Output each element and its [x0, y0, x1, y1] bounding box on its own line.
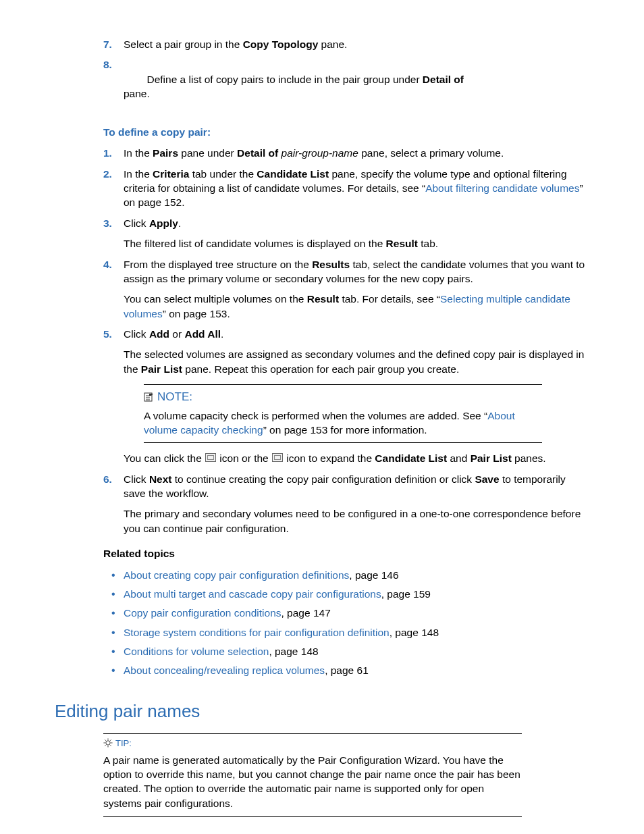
link-about-filtering[interactable]: About filtering candidate volumes [425, 182, 579, 194]
related-link[interactable]: About multi target and cascade copy pair… [124, 588, 381, 600]
page-footer: User Guide 151 [0, 817, 644, 834]
related-link[interactable]: About concealing/revealing replica volum… [124, 664, 325, 676]
related-link[interactable]: Storage system conditions for pair confi… [124, 627, 390, 638]
section-title: Editing pair names [55, 700, 587, 724]
def-step-4: 4. From the displayed tree structure on … [103, 257, 587, 321]
ordered-list-main: 7. Select a pair group in the Copy Topol… [103, 37, 587, 115]
svg-line-11 [110, 739, 111, 740]
def-step-2: 2. In the Criteria tab under the Candida… [103, 167, 587, 210]
related-item: About multi target and cascade copy pair… [124, 587, 587, 601]
tip-body: A pair name is generated automatically b… [103, 753, 522, 811]
def-step-3: 3. Click Apply. The filtered list of can… [103, 216, 587, 251]
related-link[interactable]: Conditions for volume selection [124, 646, 269, 657]
step-number: 8. [103, 57, 124, 115]
page-body: 7. Select a pair group in the Copy Topol… [0, 37, 644, 817]
related-link[interactable]: About creating copy pair configuration d… [124, 569, 349, 581]
def-step-5: 5. Click Add or Add All. The selected vo… [103, 327, 587, 466]
tip-icon [103, 738, 113, 748]
note-icon [144, 390, 155, 400]
sub-heading: To define a copy pair: [103, 125, 587, 139]
svg-line-9 [105, 739, 105, 740]
related-topics-heading: Related topics [103, 546, 587, 561]
def-step-6: 6. Click Next to continue creating the c… [103, 472, 587, 536]
expand-right-icon [272, 453, 283, 462]
related-item: About concealing/revealing replica volum… [124, 663, 587, 677]
related-link[interactable]: Copy pair configuration conditions [124, 607, 281, 619]
step-7: 7. Select a pair group in the Copy Topol… [103, 37, 587, 51]
related-item: Storage system conditions for pair confi… [124, 625, 587, 640]
note-title: NOTE: [144, 389, 542, 405]
expand-left-icon [205, 453, 216, 462]
note-body: A volume capacity check is performed whe… [144, 409, 542, 438]
step-text: Define a list of copy pairs to include i… [124, 57, 587, 115]
icon-expand-line: You can click the icon or the icon to ex… [124, 451, 587, 465]
related-item: Copy pair configuration conditions, page… [124, 606, 587, 620]
svg-point-4 [106, 741, 110, 745]
tip-box: TIP: A pair name is generated automatica… [103, 733, 522, 817]
related-item: Conditions for volume selection, page 14… [124, 644, 587, 658]
tip-title: TIP: [103, 737, 522, 750]
svg-line-12 [105, 745, 105, 746]
step-8: 8. Define a list of copy pairs to includ… [103, 57, 587, 115]
related-item: About creating copy pair configuration d… [124, 568, 587, 582]
note-box: NOTE: A volume capacity check is perform… [144, 384, 542, 443]
def-step-1: 1. In the Pairs pane under Detail of pai… [103, 146, 587, 160]
ordered-list-define: 1. In the Pairs pane under Detail of pai… [103, 146, 587, 536]
step-number: 7. [103, 37, 124, 51]
svg-line-10 [110, 745, 111, 746]
related-topics-list: About creating copy pair configuration d… [103, 568, 587, 678]
step-text: Select a pair group in the Copy Topology… [124, 37, 587, 51]
